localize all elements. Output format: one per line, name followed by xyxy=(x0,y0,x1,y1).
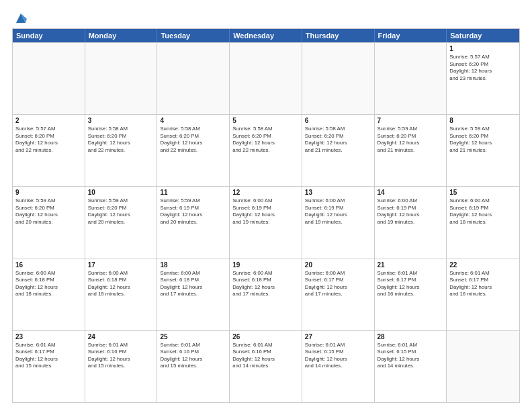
day-info: Sunrise: 6:00 AM Sunset: 6:19 PM Dayligh… xyxy=(449,197,517,226)
day-info: Sunrise: 5:59 AM Sunset: 6:20 PM Dayligh… xyxy=(15,197,82,226)
day-info: Sunrise: 5:59 AM Sunset: 6:20 PM Dayligh… xyxy=(449,126,517,154)
weekday-header-tuesday: Tuesday xyxy=(157,29,230,42)
calendar-cell: 26Sunrise: 6:01 AM Sunset: 6:16 PM Dayli… xyxy=(230,331,302,402)
calendar-cell: 5Sunrise: 5:58 AM Sunset: 6:20 PM Daylig… xyxy=(230,115,302,186)
day-number: 15 xyxy=(449,189,517,196)
calendar-cell: 15Sunrise: 6:00 AM Sunset: 6:19 PM Dayli… xyxy=(447,187,519,258)
day-number: 20 xyxy=(305,261,371,269)
calendar-cell: 6Sunrise: 5:58 AM Sunset: 6:20 PM Daylig… xyxy=(302,115,375,186)
day-number: 18 xyxy=(160,261,226,269)
day-info: Sunrise: 5:57 AM Sunset: 6:20 PM Dayligh… xyxy=(449,54,517,82)
calendar-row-3: 16Sunrise: 6:00 AM Sunset: 6:18 PM Dayli… xyxy=(13,259,519,330)
logo xyxy=(12,11,28,23)
calendar-cell xyxy=(230,43,302,114)
weekday-header-saturday: Saturday xyxy=(447,29,519,42)
day-number: 7 xyxy=(378,117,444,124)
day-info: Sunrise: 6:01 AM Sunset: 6:15 PM Dayligh… xyxy=(378,342,444,370)
calendar-body: 1Sunrise: 5:57 AM Sunset: 6:20 PM Daylig… xyxy=(13,42,519,402)
weekday-header-wednesday: Wednesday xyxy=(230,29,302,42)
logo-icon xyxy=(13,11,28,26)
day-info: Sunrise: 5:59 AM Sunset: 6:20 PM Dayligh… xyxy=(88,197,154,226)
day-number: 21 xyxy=(378,261,444,269)
calendar-row-0: 1Sunrise: 5:57 AM Sunset: 6:20 PM Daylig… xyxy=(13,42,519,114)
calendar-cell: 7Sunrise: 5:59 AM Sunset: 6:20 PM Daylig… xyxy=(375,115,447,186)
day-info: Sunrise: 6:01 AM Sunset: 6:17 PM Dayligh… xyxy=(378,270,444,298)
calendar-cell: 16Sunrise: 6:00 AM Sunset: 6:18 PM Dayli… xyxy=(13,259,85,330)
calendar-row-4: 23Sunrise: 6:01 AM Sunset: 6:17 PM Dayli… xyxy=(13,330,519,402)
calendar-cell: 14Sunrise: 6:00 AM Sunset: 6:19 PM Dayli… xyxy=(375,187,447,258)
calendar-cell: 23Sunrise: 6:01 AM Sunset: 6:17 PM Dayli… xyxy=(13,331,85,402)
weekday-header-friday: Friday xyxy=(375,29,447,42)
day-number: 26 xyxy=(232,333,299,340)
day-info: Sunrise: 6:00 AM Sunset: 6:19 PM Dayligh… xyxy=(305,197,371,226)
weekday-header-sunday: Sunday xyxy=(13,29,85,42)
day-number: 14 xyxy=(378,189,444,196)
day-info: Sunrise: 6:00 AM Sunset: 6:18 PM Dayligh… xyxy=(15,270,82,298)
day-number: 25 xyxy=(160,333,226,340)
calendar-cell: 1Sunrise: 5:57 AM Sunset: 6:20 PM Daylig… xyxy=(447,43,519,114)
page-header xyxy=(12,11,520,23)
day-info: Sunrise: 5:58 AM Sunset: 6:20 PM Dayligh… xyxy=(160,126,226,154)
day-number: 24 xyxy=(88,333,154,340)
day-number: 10 xyxy=(88,189,154,196)
day-number: 12 xyxy=(232,189,299,196)
calendar-row-2: 9Sunrise: 5:59 AM Sunset: 6:20 PM Daylig… xyxy=(13,186,519,258)
day-info: Sunrise: 6:01 AM Sunset: 6:15 PM Dayligh… xyxy=(305,342,371,370)
day-number: 16 xyxy=(15,261,82,269)
day-info: Sunrise: 6:00 AM Sunset: 6:19 PM Dayligh… xyxy=(378,197,444,226)
day-number: 17 xyxy=(88,261,154,269)
calendar-cell xyxy=(375,43,447,114)
calendar-cell: 2Sunrise: 5:57 AM Sunset: 6:20 PM Daylig… xyxy=(13,115,85,186)
calendar-cell xyxy=(85,43,158,114)
day-number: 11 xyxy=(160,189,226,196)
day-number: 28 xyxy=(378,333,444,340)
day-info: Sunrise: 6:01 AM Sunset: 6:16 PM Dayligh… xyxy=(232,342,299,370)
day-number: 2 xyxy=(15,117,82,124)
day-number: 4 xyxy=(160,117,226,124)
day-info: Sunrise: 5:58 AM Sunset: 6:20 PM Dayligh… xyxy=(232,126,299,154)
calendar: SundayMondayTuesdayWednesdayThursdayFrid… xyxy=(12,28,520,403)
calendar-cell: 3Sunrise: 5:58 AM Sunset: 6:20 PM Daylig… xyxy=(85,115,158,186)
day-number: 13 xyxy=(305,189,371,196)
day-info: Sunrise: 6:01 AM Sunset: 6:17 PM Dayligh… xyxy=(449,270,517,298)
day-info: Sunrise: 5:59 AM Sunset: 6:20 PM Dayligh… xyxy=(378,126,444,154)
calendar-cell: 18Sunrise: 6:00 AM Sunset: 6:18 PM Dayli… xyxy=(157,259,230,330)
day-info: Sunrise: 6:01 AM Sunset: 6:17 PM Dayligh… xyxy=(15,342,82,370)
day-number: 22 xyxy=(449,261,517,269)
day-info: Sunrise: 6:01 AM Sunset: 6:16 PM Dayligh… xyxy=(160,342,226,370)
day-number: 6 xyxy=(305,117,371,124)
calendar-cell: 19Sunrise: 6:00 AM Sunset: 6:18 PM Dayli… xyxy=(230,259,302,330)
day-info: Sunrise: 5:58 AM Sunset: 6:20 PM Dayligh… xyxy=(88,126,154,154)
day-number: 8 xyxy=(449,117,517,124)
calendar-cell: 8Sunrise: 5:59 AM Sunset: 6:20 PM Daylig… xyxy=(447,115,519,186)
day-info: Sunrise: 6:00 AM Sunset: 6:18 PM Dayligh… xyxy=(232,270,299,298)
calendar-cell xyxy=(157,43,230,114)
calendar-cell: 24Sunrise: 6:01 AM Sunset: 6:16 PM Dayli… xyxy=(85,331,158,402)
calendar-cell: 4Sunrise: 5:58 AM Sunset: 6:20 PM Daylig… xyxy=(157,115,230,186)
calendar-cell: 11Sunrise: 5:59 AM Sunset: 6:19 PM Dayli… xyxy=(157,187,230,258)
calendar-cell: 22Sunrise: 6:01 AM Sunset: 6:17 PM Dayli… xyxy=(447,259,519,330)
day-info: Sunrise: 6:01 AM Sunset: 6:16 PM Dayligh… xyxy=(88,342,154,370)
calendar-cell: 13Sunrise: 6:00 AM Sunset: 6:19 PM Dayli… xyxy=(302,187,375,258)
day-info: Sunrise: 6:00 AM Sunset: 6:18 PM Dayligh… xyxy=(160,270,226,298)
day-number: 9 xyxy=(15,189,82,196)
day-info: Sunrise: 5:58 AM Sunset: 6:20 PM Dayligh… xyxy=(305,126,371,154)
calendar-cell: 25Sunrise: 6:01 AM Sunset: 6:16 PM Dayli… xyxy=(157,331,230,402)
calendar-cell: 28Sunrise: 6:01 AM Sunset: 6:15 PM Dayli… xyxy=(375,331,447,402)
weekday-header-monday: Monday xyxy=(85,29,158,42)
day-info: Sunrise: 6:00 AM Sunset: 6:18 PM Dayligh… xyxy=(88,270,154,298)
calendar-cell: 9Sunrise: 5:59 AM Sunset: 6:20 PM Daylig… xyxy=(13,187,85,258)
day-number: 23 xyxy=(15,333,82,340)
day-info: Sunrise: 5:57 AM Sunset: 6:20 PM Dayligh… xyxy=(15,126,82,154)
calendar-cell xyxy=(447,331,519,402)
calendar-row-1: 2Sunrise: 5:57 AM Sunset: 6:20 PM Daylig… xyxy=(13,114,519,186)
day-number: 1 xyxy=(449,45,517,52)
calendar-cell: 10Sunrise: 5:59 AM Sunset: 6:20 PM Dayli… xyxy=(85,187,158,258)
calendar-cell: 17Sunrise: 6:00 AM Sunset: 6:18 PM Dayli… xyxy=(85,259,158,330)
calendar-cell: 20Sunrise: 6:00 AM Sunset: 6:17 PM Dayli… xyxy=(302,259,375,330)
calendar-cell: 12Sunrise: 6:00 AM Sunset: 6:19 PM Dayli… xyxy=(230,187,302,258)
calendar-cell xyxy=(13,43,85,114)
day-number: 5 xyxy=(232,117,299,124)
day-info: Sunrise: 6:00 AM Sunset: 6:19 PM Dayligh… xyxy=(232,197,299,226)
calendar-header: SundayMondayTuesdayWednesdayThursdayFrid… xyxy=(13,29,519,42)
